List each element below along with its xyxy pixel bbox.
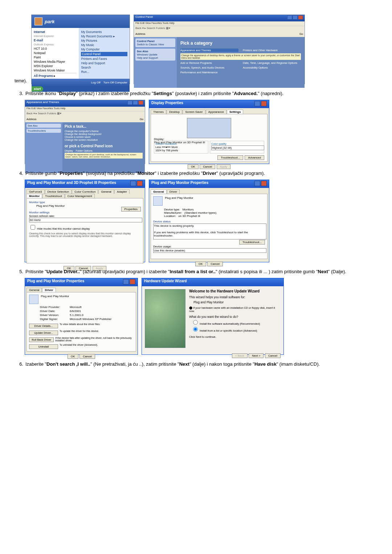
start-left-item[interactable]: Windows Media Player — [34, 60, 77, 63]
toolbar[interactable]: Back ▾ ▸ Search Folders ▦▾ — [134, 26, 305, 32]
start-right-item[interactable]: My Pictures — [81, 39, 127, 42]
tab[interactable]: Color Correction — [72, 189, 98, 194]
start-right-item[interactable]: Help and Support — [81, 61, 127, 65]
color-quality-select[interactable]: Highest (32 bit) — [211, 145, 264, 150]
back-button[interactable]: < Back — [232, 353, 248, 358]
tab-general[interactable]: General — [151, 189, 167, 194]
start-left-item[interactable]: Internet — [34, 30, 45, 34]
start-left-item[interactable]: HCT 10.0 — [34, 47, 77, 50]
start-left-item[interactable]: Windows Movie Maker — [34, 69, 77, 72]
maximize-icon[interactable] — [293, 15, 298, 20]
hide-modes-checkbox[interactable] — [30, 225, 35, 230]
category-link[interactable]: Performance and Maintenance — [180, 71, 238, 74]
switch-classic-link[interactable]: Switch to Classic View — [137, 43, 164, 46]
cancel-button[interactable]: Cancel — [265, 353, 281, 358]
help-icon[interactable] — [254, 101, 260, 106]
refresh-rate-select[interactable]: 60 Hertz — [29, 218, 142, 222]
task-link[interactable]: Change the screen resolution — [65, 139, 143, 141]
start-left-item[interactable]: Notepad — [34, 51, 77, 55]
category-link[interactable]: Printers and Other Hardware — [243, 49, 301, 52]
tab[interactable]: Color Management — [65, 194, 95, 198]
start-right-item[interactable]: Search — [81, 66, 127, 69]
tab[interactable]: Screen Saver — [183, 110, 205, 114]
folder-options-link[interactable]: Folder Options — [76, 149, 93, 152]
category-link[interactable]: Sounds, Speech, and Audio Devices — [180, 66, 238, 69]
cancel-button[interactable]: Cancel — [207, 262, 223, 266]
category-link[interactable]: Appearance and Themes — [180, 49, 238, 52]
maximize-icon[interactable] — [133, 100, 138, 105]
task-link[interactable]: Change the computer's theme — [65, 130, 143, 132]
cancel-button[interactable]: Cancel — [200, 164, 215, 169]
tab[interactable]: GeForce3 — [26, 189, 45, 194]
uninstall-button[interactable]: Uninstall — [29, 344, 58, 349]
start-right-item[interactable]: My Computer — [81, 48, 127, 51]
tab-driver[interactable]: Driver — [167, 189, 180, 194]
close-icon[interactable] — [298, 15, 303, 20]
task-link[interactable]: Change the desktop background — [65, 133, 143, 135]
ok-button[interactable]: OK — [195, 262, 206, 266]
apply-button[interactable]: Apply — [217, 164, 230, 169]
menubar[interactable]: File Edit View Favorites Tools Help — [134, 21, 305, 26]
advanced-button[interactable]: Advanced — [245, 155, 264, 160]
see-also-link[interactable]: Help and Support — [137, 56, 158, 59]
help-icon[interactable] — [123, 279, 129, 284]
close-icon[interactable] — [138, 100, 143, 105]
tab[interactable]: Troubleshoot — [42, 194, 64, 198]
update-driver-button[interactable]: Update Driver... — [29, 331, 58, 335]
start-right-item[interactable]: My Music — [81, 43, 127, 47]
minimize-icon[interactable] — [287, 15, 292, 20]
start-left-item[interactable]: Paint — [34, 56, 77, 59]
start-right-item[interactable]: My Recent Documents ▸ — [81, 34, 127, 38]
see-also-link[interactable]: Windows Update — [137, 53, 158, 56]
tab[interactable]: Themes — [151, 110, 166, 114]
menubar[interactable]: File Edit View Favorites Tools Help — [25, 107, 145, 111]
all-programs[interactable]: All Programs — [34, 74, 53, 78]
address-bar[interactable]: AddressGo — [25, 117, 145, 122]
ok-button[interactable]: OK — [68, 354, 78, 359]
control-panel-link[interactable]: Control Panel — [81, 52, 127, 56]
tab[interactable]: General — [98, 189, 114, 194]
close-icon[interactable] — [137, 181, 143, 186]
tab-settings[interactable]: Settings — [227, 110, 244, 114]
close-icon[interactable] — [261, 101, 267, 106]
turn-off-btn[interactable]: Turn Off Computer — [103, 81, 127, 84]
tab-general[interactable]: General — [26, 288, 42, 292]
tab[interactable]: Desktop — [167, 110, 182, 114]
troubleshoot-button[interactable]: Troubleshoot... — [217, 155, 243, 160]
category-link[interactable]: Date, Time, Language, and Regional Optio… — [243, 61, 301, 65]
category-link[interactable]: Accessibility Options — [243, 66, 301, 69]
start-right-item[interactable]: Printers and Faxes — [81, 57, 127, 61]
tab[interactable]: Appearance — [206, 110, 226, 114]
tab[interactable]: Device Selection — [45, 189, 72, 194]
toolbar[interactable]: Back ▾ ▸ Search Folders ▦▾ — [25, 111, 145, 117]
properties-button[interactable]: Properties — [121, 207, 141, 212]
close-icon[interactable] — [261, 181, 267, 186]
start-right-item[interactable]: Run... — [81, 70, 127, 74]
address-bar[interactable]: Address Go — [134, 32, 305, 37]
category-link[interactable]: Add or Remove Programs — [180, 61, 238, 65]
minimize-icon[interactable] — [127, 100, 132, 105]
install-auto-radio[interactable] — [193, 320, 198, 325]
tab-monitor[interactable]: Monitor — [26, 194, 42, 198]
start-left-item[interactable]: MSN Explorer — [34, 64, 77, 68]
troubleshoot-button[interactable]: Troubleshoot... — [239, 240, 265, 245]
display-icon-link[interactable]: Display — [65, 149, 73, 152]
driver-details-button[interactable]: Driver Details... — [29, 324, 58, 328]
close-icon[interactable] — [130, 279, 135, 284]
tab-driver[interactable]: Driver — [42, 288, 56, 292]
task-link[interactable]: Choose a screen saver — [65, 136, 143, 138]
help-icon[interactable] — [130, 181, 136, 186]
device-usage-select[interactable]: Use this device (enable) — [153, 248, 266, 253]
start-right-item[interactable]: My Documents — [81, 30, 127, 34]
ok-button[interactable]: OK — [188, 164, 199, 169]
cancel-button[interactable]: Cancel — [79, 354, 95, 359]
help-icon[interactable] — [254, 181, 260, 186]
rollback-driver-button[interactable]: Roll Back Driver — [29, 337, 54, 342]
install-list-radio[interactable] — [193, 327, 198, 332]
next-button[interactable]: Next > — [249, 353, 264, 358]
log-off-btn[interactable]: Log Off — [91, 81, 101, 84]
device-status-text: This device is working properly. — [154, 224, 194, 227]
start-button[interactable]: start — [32, 86, 43, 91]
tab[interactable]: Adapter — [114, 189, 130, 194]
start-left-item[interactable]: E-mail — [34, 38, 43, 42]
